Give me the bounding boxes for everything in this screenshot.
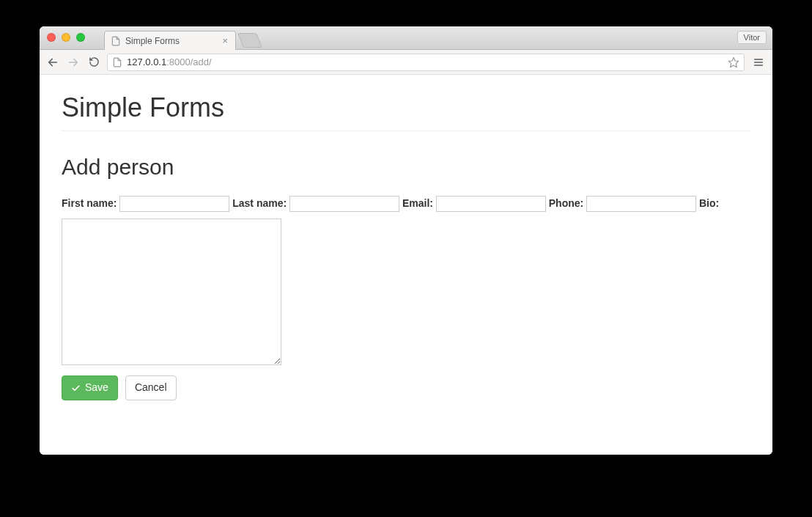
tab-title: Simple Forms	[125, 36, 180, 46]
email-label: Email:	[402, 197, 433, 209]
page-icon	[111, 36, 121, 46]
profile-badge[interactable]: Vitor	[737, 31, 767, 44]
last-name-label: Last name:	[232, 197, 287, 209]
url-path: :8000/add/	[166, 56, 211, 67]
url-text: 127.0.0.1:8000/add/	[127, 56, 212, 67]
window-minimize-button[interactable]	[62, 33, 70, 42]
page-title: Simple Forms	[62, 92, 750, 131]
window-zoom-button[interactable]	[76, 33, 85, 42]
close-tab-icon[interactable]: ×	[221, 36, 229, 45]
page-viewport: Simple Forms Add person First name: Last…	[40, 75, 772, 455]
first-name-label: First name:	[62, 197, 117, 209]
phone-input[interactable]	[586, 196, 696, 212]
last-name-input[interactable]	[289, 196, 399, 212]
email-input[interactable]	[436, 196, 546, 212]
bookmark-star-icon[interactable]	[728, 56, 739, 68]
back-button[interactable]	[45, 55, 60, 70]
check-icon	[71, 384, 81, 393]
save-button-label: Save	[85, 381, 108, 395]
cancel-button-label: Cancel	[135, 381, 167, 395]
site-info-icon[interactable]	[112, 57, 122, 67]
tab-strip: Simple Forms ×	[104, 26, 259, 49]
titlebar: Simple Forms × Vitor	[40, 26, 772, 50]
form-actions: Save Cancel	[62, 375, 750, 400]
save-button[interactable]: Save	[62, 375, 118, 400]
first-name-input[interactable]	[119, 196, 229, 212]
bio-label: Bio:	[699, 197, 719, 209]
new-tab-button[interactable]	[237, 33, 262, 48]
bio-textarea[interactable]	[62, 219, 281, 365]
browser-window: Simple Forms × Vitor	[40, 26, 772, 455]
cancel-button[interactable]: Cancel	[125, 375, 177, 400]
svg-marker-2	[728, 57, 738, 67]
section-title: Add person	[62, 155, 750, 180]
browser-tab[interactable]: Simple Forms ×	[104, 31, 236, 50]
forward-button[interactable]	[66, 55, 81, 70]
phone-label: Phone:	[549, 197, 583, 209]
window-controls	[47, 33, 85, 42]
browser-menu-button[interactable]	[750, 56, 767, 68]
url-host: 127.0.0.1	[127, 56, 166, 67]
browser-toolbar: 127.0.0.1:8000/add/	[40, 50, 772, 75]
reload-button[interactable]	[86, 55, 101, 70]
address-bar[interactable]: 127.0.0.1:8000/add/	[107, 54, 745, 71]
person-form: First name: Last name: Email: Phone: Bio…	[62, 193, 750, 365]
window-close-button[interactable]	[47, 33, 56, 42]
